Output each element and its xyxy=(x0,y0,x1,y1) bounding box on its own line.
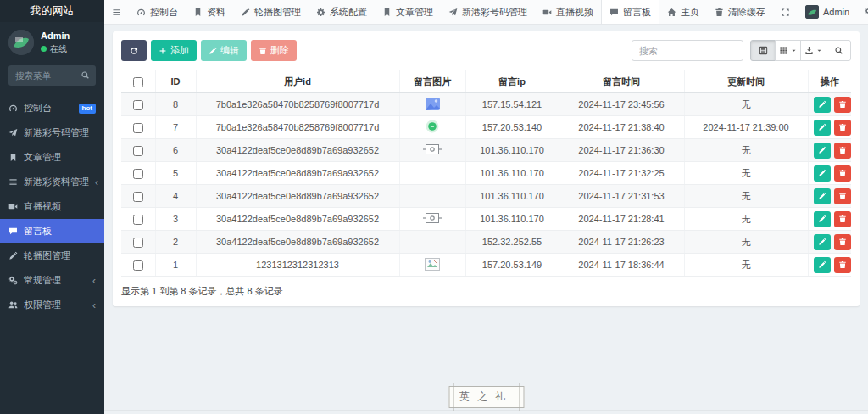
clear-cache-button[interactable]: 清除缓存 xyxy=(707,0,773,24)
nav-item-label: 新港彩号码管理 xyxy=(462,6,527,19)
sidebar-item-dashboard[interactable]: 控制台hot xyxy=(0,96,104,120)
row-delete-button[interactable] xyxy=(834,234,851,250)
row-delete-button[interactable] xyxy=(834,257,851,273)
table-row[interactable]: 530a4122deaf5ce0e8d89b7a69a932652101.36.… xyxy=(121,162,851,185)
row-delete-button[interactable] xyxy=(834,120,851,136)
row-edit-button[interactable] xyxy=(814,234,831,250)
sidebar-item-label: 新港彩号码管理 xyxy=(24,126,89,139)
nav-item-data[interactable]: 资料 xyxy=(186,0,233,24)
row-edit-button[interactable] xyxy=(814,97,831,113)
sidebar-item-message-board[interactable]: 留言板 xyxy=(0,219,104,243)
avatar-image xyxy=(8,30,34,55)
row-checkbox[interactable] xyxy=(133,146,143,156)
row-checkbox[interactable] xyxy=(133,260,143,271)
home-link[interactable]: 主页 xyxy=(659,0,707,24)
row-edit-button[interactable] xyxy=(814,257,831,273)
trash-icon xyxy=(838,123,847,131)
row-delete-button[interactable] xyxy=(834,97,851,113)
cell-updated-time: 无 xyxy=(684,208,808,231)
row-select-cell xyxy=(121,93,155,116)
footer-stamp: 英之礼 xyxy=(448,386,524,408)
nav-item-message-board[interactable]: 留言板 xyxy=(601,0,659,24)
navbar-username: Admin xyxy=(823,7,849,17)
table-row[interactable]: 11231312312312313157.20.53.1492024-11-17… xyxy=(121,254,851,277)
table-row[interactable]: 230a4122deaf5ce0e8d89b7a69a932652152.32.… xyxy=(121,231,851,254)
row-edit-button[interactable] xyxy=(814,120,831,136)
delete-button[interactable]: 删除 xyxy=(251,40,297,61)
delete-button-label: 删除 xyxy=(270,44,289,57)
cell-id: 7 xyxy=(155,116,196,139)
cell-message-ip: 157.20.53.149 xyxy=(465,254,559,277)
table-row[interactable]: 330a4122deaf5ce0e8d89b7a69a932652101.36.… xyxy=(121,208,851,231)
pencilW-icon xyxy=(818,238,826,246)
sidebar-item-permission[interactable]: 权限管理‹ xyxy=(0,293,104,317)
nav-item-label: 文章管理 xyxy=(396,6,433,19)
sidebar-item-lottery-data[interactable]: 新港彩资料管理‹ xyxy=(0,170,104,194)
sidebar-toggle-button[interactable] xyxy=(104,0,129,24)
search-button[interactable] xyxy=(826,40,851,61)
navbar-avatar xyxy=(805,5,819,19)
row-delete-button[interactable] xyxy=(834,165,851,182)
nav-item-system-config[interactable]: 系统配置 xyxy=(309,0,375,24)
row-checkbox[interactable] xyxy=(133,215,143,225)
comment-icon xyxy=(609,8,619,17)
nav-item-lottery-number[interactable]: 新港彩号码管理 xyxy=(441,0,535,24)
row-checkbox[interactable] xyxy=(133,100,143,110)
export-dropdown-button[interactable] xyxy=(800,40,826,61)
sidebar-item-live-video[interactable]: 直播视频 xyxy=(0,194,104,219)
table-row[interactable]: 77b0a1e326a58470b8258769f8007717d157.20.… xyxy=(121,116,851,139)
row-select-cell xyxy=(121,254,155,277)
cell-message-ip: 157.20.53.140 xyxy=(465,116,559,139)
columns-dropdown-button[interactable] xyxy=(775,40,801,61)
paper-plane-icon xyxy=(8,128,18,137)
table-row[interactable]: 87b0a1e326a58470b8258769f8007717d157.15.… xyxy=(121,93,851,116)
row-checkbox[interactable] xyxy=(133,238,143,248)
fullscreen-button[interactable] xyxy=(773,0,798,24)
pencilW-icon xyxy=(818,192,826,200)
site-title: 我的网站 xyxy=(0,0,104,22)
user-name: Admin xyxy=(41,31,70,42)
refresh-icon xyxy=(130,47,138,55)
select-all-checkbox[interactable] xyxy=(133,77,143,87)
row-edit-button[interactable] xyxy=(814,188,831,204)
nav-item-dashboard[interactable]: 控制台 xyxy=(129,0,186,24)
settings-button[interactable] xyxy=(857,0,868,24)
cell-message-image xyxy=(399,139,465,162)
row-select-cell xyxy=(121,139,155,162)
user-menu[interactable]: Admin xyxy=(798,0,857,24)
trash-icon xyxy=(838,169,847,177)
row-checkbox[interactable] xyxy=(133,169,143,179)
column-header-updated: 更新时间 xyxy=(684,70,808,93)
nav-item-article[interactable]: 文章管理 xyxy=(375,0,441,24)
cell-message-time: 2024-11-17 23:45:56 xyxy=(559,93,684,116)
add-button[interactable]: 添加 xyxy=(151,40,197,61)
card-view-toggle-button[interactable] xyxy=(750,40,776,61)
avatar xyxy=(8,30,34,55)
cell-message-time: 2024-11-17 21:31:53 xyxy=(559,185,684,208)
row-delete-button[interactable] xyxy=(834,143,851,159)
sidebar-item-article[interactable]: 文章管理 xyxy=(0,145,104,170)
nav-item-live-video[interactable]: 直播视频 xyxy=(535,0,601,24)
table-row[interactable]: 630a4122deaf5ce0e8d89b7a69a932652101.36.… xyxy=(121,139,851,162)
sidebar-item-lottery-number[interactable]: 新港彩号码管理 xyxy=(0,120,104,145)
row-edit-button[interactable] xyxy=(814,143,831,159)
table-row[interactable]: 430a4122deaf5ce0e8d89b7a69a932652101.36.… xyxy=(121,185,851,208)
content-area: 添加 编辑 删除 xyxy=(104,25,868,414)
row-checkbox[interactable] xyxy=(133,123,143,133)
row-edit-button[interactable] xyxy=(814,165,831,182)
table-search-input[interactable] xyxy=(632,40,743,61)
row-edit-button[interactable] xyxy=(814,211,831,227)
row-delete-button[interactable] xyxy=(834,188,851,204)
row-delete-button[interactable] xyxy=(834,211,851,227)
edit-button[interactable]: 编辑 xyxy=(201,40,247,61)
navbar-right: 主页 清除缓存 Admin xyxy=(659,0,868,24)
cell-message-ip: 157.15.54.121 xyxy=(465,93,559,116)
sidebar-item-general[interactable]: 常规管理‹ xyxy=(0,268,104,293)
refresh-button[interactable] xyxy=(121,40,147,61)
sidebar-item-carousel[interactable]: 轮播图管理 xyxy=(0,243,104,268)
cell-updated-time: 2024-11-17 21:39:00 xyxy=(684,116,808,139)
nav-item-carousel[interactable]: 轮播图管理 xyxy=(233,0,309,24)
pencil-icon xyxy=(241,8,250,17)
row-checkbox[interactable] xyxy=(133,192,143,202)
users-icon xyxy=(8,300,18,310)
